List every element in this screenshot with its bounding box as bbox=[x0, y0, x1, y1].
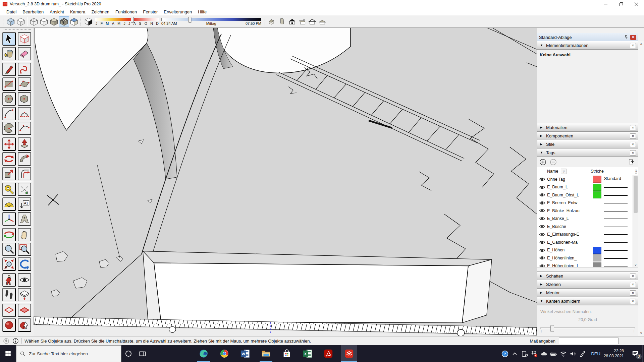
tray-chevron-up-button[interactable] bbox=[510, 349, 520, 358]
task-view-button[interactable] bbox=[136, 345, 150, 362]
shadow-time-slider[interactable]: 04:34 AM Mittag 07:50 PM bbox=[161, 18, 261, 25]
style-monochrome-button[interactable] bbox=[69, 16, 79, 26]
tag-visibility-toggle[interactable] bbox=[537, 193, 547, 197]
style-back-edges-button[interactable] bbox=[16, 16, 26, 26]
section-styles[interactable]: ▶ Stile ✕ bbox=[537, 140, 638, 148]
tag-color-swatch[interactable] bbox=[593, 239, 601, 246]
tag-color-swatch[interactable] bbox=[593, 262, 601, 267]
tool-rectangle-button[interactable] bbox=[2, 77, 16, 91]
view-right-button[interactable] bbox=[298, 16, 308, 26]
tray-pen-button[interactable] bbox=[578, 349, 588, 358]
tray-battery-button[interactable] bbox=[549, 349, 558, 358]
taskbar-excel-button[interactable]: X bbox=[300, 345, 316, 362]
view-left-button[interactable] bbox=[318, 16, 328, 26]
tray-onedrive-button[interactable] bbox=[539, 349, 549, 358]
style-shaded-with-textures-button[interactable] bbox=[59, 16, 69, 26]
tag-name[interactable]: E_Einfassungs-E bbox=[547, 232, 593, 237]
section-close-icon[interactable]: ✕ bbox=[630, 133, 636, 139]
style-hidden-line-button[interactable] bbox=[39, 16, 49, 26]
tag-name[interactable]: E_Höhen bbox=[547, 248, 593, 252]
tool-look-around-button[interactable] bbox=[18, 273, 31, 287]
section-close-icon[interactable]: ✕ bbox=[630, 290, 636, 296]
tool-axes-button[interactable] bbox=[2, 212, 16, 226]
tool-zoom-extents-button[interactable] bbox=[2, 257, 16, 271]
tool-zoom-button[interactable] bbox=[2, 243, 16, 256]
minimize-button[interactable] bbox=[598, 0, 613, 8]
tag-color-swatch[interactable] bbox=[593, 254, 601, 261]
tool-section-fill-button[interactable] bbox=[2, 318, 16, 332]
tool-offset-button[interactable] bbox=[18, 167, 31, 180]
measurements-input[interactable] bbox=[559, 338, 619, 344]
taskbar-acrobat-button[interactable] bbox=[320, 345, 336, 362]
tag-visibility-toggle[interactable] bbox=[537, 264, 547, 267]
remove-tag-icon[interactable] bbox=[550, 159, 557, 166]
tag-visibility-toggle[interactable] bbox=[537, 208, 547, 213]
tag-row[interactable]: E_Gabionen-Ma bbox=[537, 238, 638, 246]
taskbar-word-button[interactable]: W bbox=[237, 345, 253, 362]
panel-scroll-up-icon[interactable]: ∧ bbox=[638, 42, 644, 46]
tag-row[interactable]: E_Höhenlinien_I bbox=[537, 262, 638, 267]
section-components[interactable]: ▶ Komponenten ✕ bbox=[537, 131, 638, 140]
sort-icon[interactable]: ▽ bbox=[561, 169, 567, 174]
section-shadows[interactable]: ▶ Schatten ✕ bbox=[537, 272, 638, 280]
tag-name[interactable]: E_Bänke_L bbox=[547, 216, 593, 221]
show-desktop-button[interactable] bbox=[642, 345, 644, 362]
toolbar-grip[interactable] bbox=[80, 17, 82, 26]
tool-dimension-button[interactable] bbox=[18, 183, 31, 196]
model-canvas[interactable] bbox=[34, 28, 537, 336]
tool-text-button[interactable]: A1 bbox=[18, 197, 31, 211]
tool-circle-button[interactable] bbox=[2, 92, 16, 106]
tag-color-swatch[interactable] bbox=[593, 247, 601, 254]
column-name[interactable]: Name bbox=[547, 169, 558, 174]
taskbar-search-input[interactable]: Zur Suche Text hier eingeben bbox=[16, 345, 121, 362]
tag-details-icon[interactable] bbox=[628, 159, 635, 166]
clock[interactable]: 22:28 28.03.2021 bbox=[604, 349, 624, 359]
tool-tape-measure-button[interactable] bbox=[2, 183, 16, 196]
tool-polygon-button[interactable] bbox=[18, 92, 31, 106]
tray-volume-button[interactable] bbox=[568, 349, 578, 358]
tool-interact-button[interactable] bbox=[18, 318, 31, 332]
section-close-icon[interactable]: ✕ bbox=[630, 142, 636, 147]
section-close-icon[interactable]: ✕ bbox=[630, 282, 636, 287]
section-scenes[interactable]: ▶ Szenen ✕ bbox=[537, 280, 638, 289]
section-close-icon[interactable]: ✕ bbox=[630, 274, 636, 279]
tag-name[interactable]: E_Baum_L bbox=[547, 185, 593, 189]
tray-help-button[interactable]: ? bbox=[500, 349, 510, 358]
tag-visibility-toggle[interactable] bbox=[537, 248, 547, 252]
tag-visibility-toggle[interactable] bbox=[537, 224, 547, 229]
credits-info-icon[interactable] bbox=[12, 338, 19, 344]
tag-row[interactable]: E_Höhenlinien_ bbox=[537, 254, 638, 262]
tag-visibility-toggle[interactable] bbox=[537, 177, 547, 181]
tool-three-point-arc-button[interactable] bbox=[18, 122, 31, 135]
tool-scale-button[interactable] bbox=[2, 167, 16, 180]
tag-name[interactable]: E_Beeren_Entw bbox=[547, 200, 593, 205]
tool-line-button[interactable] bbox=[2, 63, 16, 76]
shadow-date-slider[interactable]: JFMAMJJASOND bbox=[95, 18, 159, 25]
panel-scroll-down-icon[interactable]: ∨ bbox=[638, 331, 644, 335]
menu-fenster[interactable]: Fenster bbox=[140, 9, 161, 14]
toolbar-grip[interactable] bbox=[3, 17, 4, 26]
style-x-ray-button[interactable] bbox=[6, 16, 16, 26]
restore-button[interactable] bbox=[613, 0, 629, 8]
menu-hilfe[interactable]: Hilfe bbox=[195, 9, 210, 14]
tag-name[interactable]: Ohne Tag bbox=[547, 177, 593, 182]
tool-pan-button[interactable] bbox=[18, 228, 31, 241]
tool-eraser-button[interactable] bbox=[18, 47, 31, 60]
style-shaded-button[interactable] bbox=[49, 16, 59, 26]
tool-arc-button[interactable] bbox=[2, 107, 16, 120]
section-tags[interactable]: ▼ Tags ✕ bbox=[537, 148, 638, 157]
geolocation-icon[interactable] bbox=[3, 338, 9, 344]
section-materials[interactable]: ▶ Materialien ✕ bbox=[537, 123, 638, 132]
tag-row[interactable]: E_Baum_L bbox=[537, 183, 638, 191]
section-close-icon[interactable]: ✕ bbox=[630, 299, 636, 304]
tool-protractor-button[interactable] bbox=[2, 197, 16, 211]
menu-datei[interactable]: Datei bbox=[3, 9, 19, 14]
add-tag-icon[interactable] bbox=[539, 159, 546, 166]
menu-zeichnen[interactable]: Zeichnen bbox=[88, 9, 112, 14]
tool-move-button[interactable] bbox=[2, 137, 16, 151]
tags-scrollbar[interactable]: ∨ bbox=[633, 175, 638, 267]
view-front-button[interactable] bbox=[288, 16, 298, 26]
section-close-icon[interactable]: ✕ bbox=[630, 43, 636, 48]
tag-row[interactable]: Ohne TagStandard bbox=[537, 175, 638, 183]
action-center-button[interactable]: 3 bbox=[629, 345, 642, 362]
